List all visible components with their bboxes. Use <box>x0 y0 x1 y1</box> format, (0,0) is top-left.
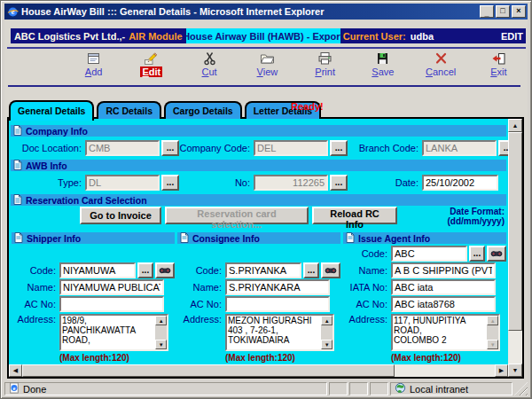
status-pane-1 <box>329 382 348 395</box>
tab-rc-details[interactable]: RC Details <box>97 101 161 119</box>
scroll-up-icon[interactable]: ▲ <box>508 119 522 132</box>
reservation-card-selection-button: Reservation card selection... <box>165 207 309 224</box>
resize-grip[interactable] <box>514 382 528 395</box>
vertical-scrollbar[interactable]: ▲ ▼ <box>508 119 522 377</box>
awb-no-lookup-dots-button[interactable]: ... <box>330 175 348 191</box>
print-button[interactable]: Print <box>296 51 354 84</box>
form-window-icon <box>86 51 101 66</box>
spacer-row <box>12 245 175 262</box>
open-folder-icon <box>260 51 275 66</box>
reload-rc-info-button[interactable]: Reload RC Info <box>312 207 397 224</box>
consignee-address-field[interactable]: MEZON HIGURASHI 403 , 7-26-1, TOKIWADAIR… <box>227 316 321 349</box>
save-button[interactable]: Save <box>354 51 411 84</box>
status-bar: e Done Local intranet <box>4 380 528 395</box>
status-pane-2 <box>349 382 368 395</box>
tab-cargo-details[interactable]: Cargo Details <box>164 101 242 119</box>
issue-agent-iata-no-field[interactable] <box>391 279 496 295</box>
issue-agent-iata-no-label: IATA No: <box>343 282 389 293</box>
document-icon <box>13 125 22 137</box>
issue-agent-address-scrollbar: ▲ ▼ <box>487 316 498 349</box>
scroll-up-icon[interactable]: ▲ <box>321 316 332 325</box>
awb-info-row: Type: ... No: ... Date: <box>11 172 506 193</box>
minimize-button[interactable]: _ <box>480 5 494 18</box>
exit-button[interactable]: Exit <box>470 51 528 84</box>
close-button[interactable]: × <box>512 5 526 18</box>
view-label: View <box>257 66 278 77</box>
cut-label: Cut <box>202 66 217 77</box>
scroll-up-icon[interactable]: ▲ <box>155 316 167 325</box>
ie-page-icon: e <box>9 382 20 395</box>
tab-general-details[interactable]: General Details <box>9 100 94 121</box>
doc-location-lookup-dots-button[interactable]: ... <box>161 140 179 156</box>
add-button[interactable]: Add <box>65 51 122 84</box>
scroll-up-icon[interactable]: ▲ <box>487 316 498 325</box>
print-label: Print <box>315 66 335 77</box>
section-title: Consignee Info <box>192 233 260 244</box>
issue-agent-code-field[interactable] <box>391 246 467 262</box>
app-header: ABC Logistics Pvt Ltd.,- AIR Module Hous… <box>11 28 526 43</box>
scroll-right-icon[interactable]: ▶ <box>495 364 508 377</box>
doc-location-label: Doc Location: <box>11 143 83 153</box>
scissors-icon <box>202 51 217 66</box>
scroll-down-icon[interactable]: ▼ <box>155 340 167 349</box>
consignee-code-dots-button[interactable]: ... <box>303 262 319 278</box>
exit-label: Exit <box>490 66 506 77</box>
shipper-name-field[interactable] <box>59 279 164 295</box>
section-shipper-info: Shipper Info <box>12 232 175 244</box>
issue-agent-address-wrap: 117, HUNUPITIYA ROAD, COLOMBO 2 ▲ ▼ <box>391 314 500 351</box>
consignee-ac-no-label: AC No: <box>177 299 223 309</box>
maximize-button[interactable]: □ <box>496 5 510 18</box>
edit-button[interactable]: Edit <box>122 51 180 84</box>
consignee-code-binoculars-button[interactable] <box>321 262 340 278</box>
branch-code-lookup-dots-button[interactable]: ... <box>498 140 508 156</box>
form-panel: Company Info Doc Location: ... Company C… <box>7 117 524 379</box>
view-button[interactable]: View <box>239 51 296 84</box>
issue-agent-code-binoculars-button[interactable] <box>487 246 506 262</box>
page-area: ABC Logistics Pvt Ltd.,- AIR Module Hous… <box>4 20 528 379</box>
cancel-label: Cancel <box>426 66 456 77</box>
globe-icon <box>395 382 406 395</box>
shipper-address-scrollbar: ▲ ▼ <box>155 316 167 349</box>
shipper-code-binoculars-button[interactable] <box>155 262 175 278</box>
scroll-down-icon[interactable]: ▼ <box>508 364 522 377</box>
company-code-lookup-dots-button[interactable]: ... <box>330 140 348 156</box>
consignee-ac-no-field[interactable] <box>225 296 330 312</box>
document-icon <box>180 232 189 245</box>
company-info-row: Doc Location: ... Company Code: ... Bran… <box>11 137 506 159</box>
consignee-name-field[interactable] <box>225 279 330 295</box>
red-x-icon <box>434 51 449 66</box>
shipper-address-wrap: 198/9, PANCHIKAWATTA ROAD, ▲ ▼ <box>59 314 168 351</box>
internet-explorer-icon: e <box>6 5 19 18</box>
awb-type-field <box>85 175 160 191</box>
consignee-code-field[interactable] <box>225 262 301 278</box>
cut-button[interactable]: Cut <box>181 51 239 84</box>
section-title: Issue Agent Info <box>358 233 430 244</box>
scroll-down-icon[interactable]: ▼ <box>487 340 498 349</box>
branch-code-field <box>422 140 497 156</box>
issue-agent-code-dots-button[interactable]: ... <box>469 246 485 262</box>
issue-agent-name-field[interactable] <box>391 262 496 278</box>
shipper-code-field[interactable] <box>59 262 136 278</box>
section-title: Reservation Card Selection <box>26 195 147 206</box>
consignee-code-label: Code: <box>177 265 223 276</box>
shipper-ac-no-label: AC No: <box>12 299 58 309</box>
doc-location-field <box>85 140 160 156</box>
cancel-button[interactable]: Cancel <box>412 51 470 84</box>
scroll-down-icon[interactable]: ▼ <box>321 340 332 349</box>
awb-type-lookup-dots-button[interactable]: ... <box>161 175 179 191</box>
svg-text:e: e <box>13 385 16 391</box>
tab-bar: General Details RC Details Cargo Details… <box>9 96 524 119</box>
go-to-invoice-button[interactable]: Go to Invoice <box>80 207 161 224</box>
vertical-scrollbar-thumb[interactable] <box>508 132 522 331</box>
shipper-address-field[interactable]: 198/9, PANCHIKAWATTA ROAD, <box>61 316 155 349</box>
horizontal-scrollbar-thumb[interactable] <box>22 364 395 377</box>
add-label: Add <box>85 66 103 77</box>
shipper-ac-no-field[interactable] <box>59 296 164 312</box>
issue-agent-ac-no-field[interactable] <box>391 296 496 312</box>
awb-date-field[interactable] <box>422 175 498 191</box>
scroll-left-icon[interactable]: ◀ <box>9 364 22 377</box>
shipper-code-dots-button[interactable]: ... <box>137 262 153 278</box>
horizontal-scrollbar-track[interactable] <box>395 364 495 377</box>
horizontal-scrollbar[interactable]: ◀ ▶ <box>9 364 508 377</box>
issue-agent-address-field[interactable]: 117, HUNUPITIYA ROAD, COLOMBO 2 <box>393 316 487 349</box>
